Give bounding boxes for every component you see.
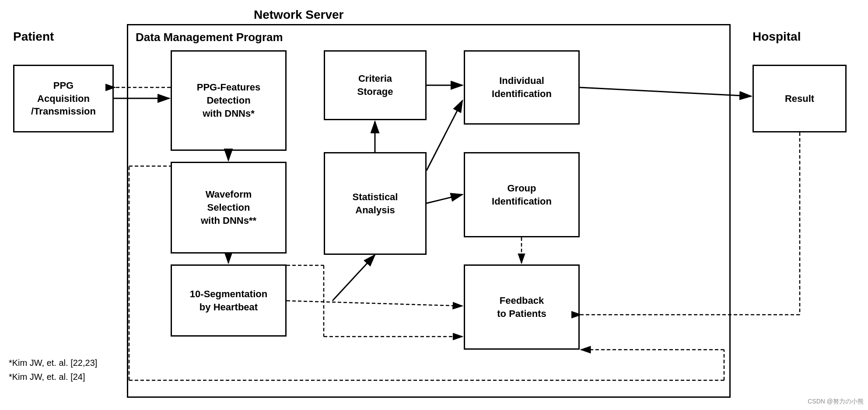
segmentation-text: 10-Segmentationby Heartbeat — [190, 288, 267, 313]
hospital-label: Hospital — [752, 30, 801, 44]
group-identification-box: GroupIdentification — [464, 152, 580, 237]
waveform-selection-box: WaveformSelectionwith DNNs** — [171, 162, 287, 254]
criteria-storage-box: CriteriaStorage — [324, 50, 427, 120]
diagram-container: Patient Hospital Network Server Data Man… — [0, 0, 868, 410]
footnotes: *Kim JW, et. al. [22,23] *Kim JW, et. al… — [9, 356, 97, 384]
result-text: Result — [785, 92, 814, 105]
segmentation-box: 10-Segmentationby Heartbeat — [171, 264, 287, 337]
watermark: CSDN @努力の小熊 — [808, 398, 864, 406]
statistical-analysis-text: StatisticalAnalysis — [353, 191, 398, 216]
statistical-analysis-box: StatisticalAnalysis — [324, 152, 427, 255]
waveform-selection-text: WaveformSelectionwith DNNs** — [201, 188, 256, 227]
ppg-features-box: PPG-FeaturesDetectionwith DNNs* — [171, 50, 287, 151]
patient-label: Patient — [13, 30, 54, 44]
criteria-storage-text: CriteriaStorage — [357, 72, 393, 98]
footnote-line1: *Kim JW, et. al. [22,23] — [9, 356, 97, 370]
ppg-acquisition-text: PPGAcquisition/Transmission — [31, 79, 96, 118]
feedback-box: Feedbackto Patients — [464, 264, 580, 350]
individual-identification-box: IndividualIdentification — [464, 50, 580, 125]
ppg-features-text: PPG-FeaturesDetectionwith DNNs* — [197, 81, 261, 120]
network-server-label: Network Server — [254, 8, 343, 22]
individual-identification-text: IndividualIdentification — [492, 74, 552, 100]
feedback-text: Feedbackto Patients — [497, 294, 546, 320]
group-identification-text: GroupIdentification — [492, 182, 552, 208]
ppg-acquisition-box: PPGAcquisition/Transmission — [13, 65, 114, 132]
footnote-line2: *Kim JW, et. al. [24] — [9, 370, 97, 384]
result-box: Result — [752, 65, 847, 132]
